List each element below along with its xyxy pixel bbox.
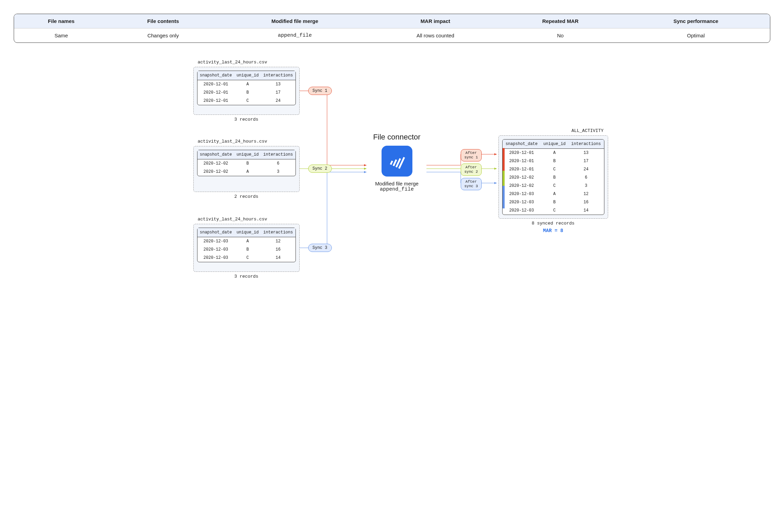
source-file-2: activity_last_24_hours.csv snapshot_date… <box>193 146 300 192</box>
output-table: ALL_ACTIVITY snapshot_date unique_id int… <box>498 135 608 219</box>
file-label: activity_last_24_hours.csv <box>198 60 267 65</box>
cell: C <box>541 206 568 215</box>
col-header: interactions <box>261 150 295 159</box>
summary-cell: Changes only <box>108 28 218 43</box>
summary-cell: append_file <box>218 28 372 43</box>
cell: 16 <box>568 198 604 206</box>
connector-title: File connector <box>366 133 428 142</box>
record-count: 2 records <box>194 194 299 199</box>
cell: 2020-12-01 <box>503 149 541 157</box>
sync-pill-2: Sync 2 <box>308 165 332 173</box>
col-header: snapshot_date <box>197 150 234 159</box>
cell: 2020-12-03 <box>197 245 234 254</box>
cell: 2020-12-02 <box>197 168 234 176</box>
summary-header: File names <box>14 14 108 28</box>
connector-subtitle-1: Modified file merge <box>366 181 428 186</box>
svg-rect-0 <box>390 160 393 165</box>
summary-header: File contents <box>108 14 218 28</box>
cell: A <box>541 149 568 157</box>
cell: A <box>541 190 568 198</box>
cell: 2020-12-01 <box>197 88 234 97</box>
summary-cell: No <box>499 28 622 43</box>
after-sync-pill-3: After sync 3 <box>461 178 482 190</box>
mar-count: MAR = 8 <box>499 228 608 233</box>
synced-records-count: 8 synced records <box>499 221 608 226</box>
cell: 14 <box>568 206 604 215</box>
cell: 3 <box>261 168 295 176</box>
cell: 2020-12-03 <box>197 254 234 262</box>
cell: B <box>234 159 261 168</box>
file-label: activity_last_24_hours.csv <box>198 217 267 222</box>
col-header: interactions <box>568 140 604 149</box>
cell: 12 <box>568 190 604 198</box>
cell: 13 <box>568 149 604 157</box>
cell: 14 <box>261 254 295 262</box>
cell: 12 <box>261 237 295 246</box>
summary-header: MAR impact <box>372 14 499 28</box>
cell: B <box>541 198 568 206</box>
col-header: snapshot_date <box>197 228 234 237</box>
col-header: unique_id <box>234 228 261 237</box>
summary-header: Repeated MAR <box>499 14 622 28</box>
cell: 2020-12-03 <box>503 198 541 206</box>
file-connector: File connector Modified file merge appen… <box>366 133 428 192</box>
summary-cell: All rows counted <box>372 28 499 43</box>
after-sync-pill-1: After sync 1 <box>461 149 482 161</box>
sync-pill-1: Sync 1 <box>308 87 332 95</box>
cell: C <box>541 182 568 190</box>
summary-cell: Optimal <box>622 28 770 43</box>
sync-pill-3: Sync 3 <box>308 244 332 252</box>
cell: C <box>541 165 568 173</box>
summary-header: Modified file merge <box>218 14 372 28</box>
cell: 2020-12-03 <box>197 237 234 246</box>
cell: C <box>234 254 261 262</box>
cell: 2020-12-03 <box>503 190 541 198</box>
cell: 24 <box>261 97 295 105</box>
source-file-3: activity_last_24_hours.csv snapshot_date… <box>193 224 300 272</box>
cell: 6 <box>568 173 604 182</box>
cell: 2020-12-01 <box>503 165 541 173</box>
connector-icon <box>382 146 412 177</box>
cell: B <box>234 245 261 254</box>
cell: B <box>541 157 568 165</box>
cell: 13 <box>261 80 295 89</box>
col-header: unique_id <box>234 71 261 80</box>
record-count: 3 records <box>194 117 299 122</box>
cell: 17 <box>568 157 604 165</box>
cell: A <box>234 237 261 246</box>
record-count: 3 records <box>194 274 299 279</box>
cell: 2020-12-02 <box>503 182 541 190</box>
after-sync-pill-2: After sync 2 <box>461 164 482 176</box>
cell: 2020-12-01 <box>197 80 234 89</box>
summary-cell: Same <box>14 28 108 43</box>
col-header: unique_id <box>234 150 261 159</box>
col-header: unique_id <box>541 140 568 149</box>
col-header: snapshot_date <box>197 71 234 80</box>
output-label: ALL_ACTIVITY <box>571 128 604 133</box>
cell: 2020-12-01 <box>503 157 541 165</box>
diagram-area: activity_last_24_hours.csv snapshot_date… <box>173 57 612 317</box>
cell: 24 <box>568 165 604 173</box>
col-header: interactions <box>261 228 295 237</box>
cell: A <box>234 168 261 176</box>
cell: 2020-12-02 <box>503 173 541 182</box>
cell: 16 <box>261 245 295 254</box>
col-header: snapshot_date <box>503 140 541 149</box>
file-label: activity_last_24_hours.csv <box>198 139 267 144</box>
cell: 2020-12-02 <box>197 159 234 168</box>
cell: 6 <box>261 159 295 168</box>
summary-header: Sync performance <box>622 14 770 28</box>
cell: B <box>234 88 261 97</box>
cell: 3 <box>568 182 604 190</box>
cell: 2020-12-01 <box>197 97 234 105</box>
cell: A <box>234 80 261 89</box>
summary-table: File names File contents Modified file m… <box>14 14 770 43</box>
cell: 17 <box>261 88 295 97</box>
cell: C <box>234 97 261 105</box>
col-header: interactions <box>261 71 295 80</box>
connector-subtitle-2: append_file <box>366 186 428 192</box>
source-file-1: activity_last_24_hours.csv snapshot_date… <box>193 67 300 115</box>
cell: 2020-12-03 <box>503 206 541 215</box>
cell: B <box>541 173 568 182</box>
